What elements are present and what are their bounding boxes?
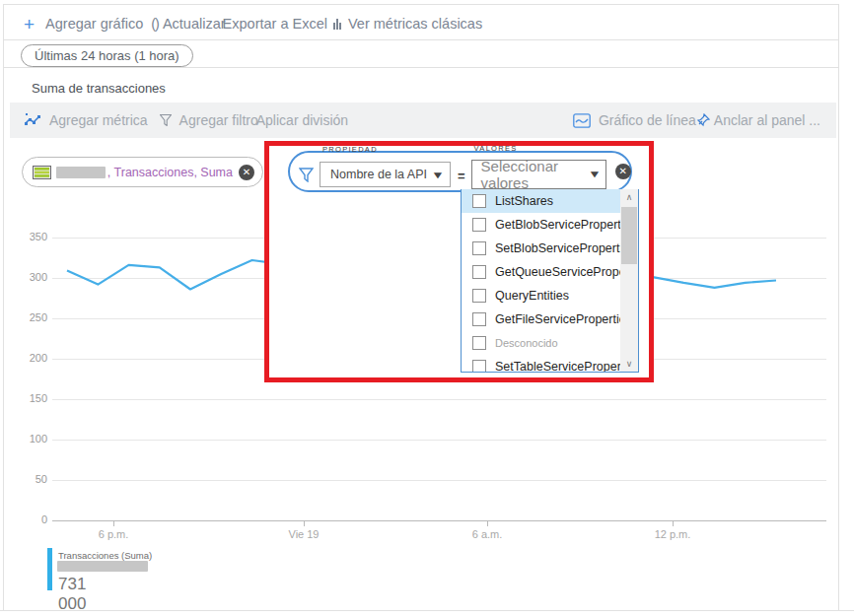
x-axis-tick (487, 520, 488, 526)
scrollbar-thumb[interactable] (621, 207, 637, 264)
remove-metric-button[interactable]: ✕ (239, 165, 254, 180)
legend-series-name: Transacciones (Suma) (58, 550, 152, 561)
dropdown-option[interactable]: SetTableServiceProperti (462, 355, 621, 373)
scroll-down-icon[interactable]: ∨ (620, 356, 638, 372)
y-axis-label: 100 (12, 433, 47, 445)
legend-color-bar (47, 548, 52, 590)
equals-operator: = (458, 169, 465, 183)
remove-filter-button[interactable]: ✕ (615, 164, 631, 179)
values-field: VALORES Seleccionar valores ▼ (471, 155, 606, 189)
x-axis-label: Vie 19 (289, 528, 320, 540)
option-label: GetQueueServiceProper... (495, 265, 639, 279)
values-select-placeholder: Seleccionar valores (481, 158, 590, 191)
export-excel-button[interactable]: Exportar a Excel (220, 16, 327, 32)
refresh-button[interactable]: () Actualizar (143, 16, 225, 32)
refresh-icon: () (151, 16, 159, 32)
pin-to-dashboard-label: Anclar al panel ... (714, 112, 820, 128)
option-checkbox[interactable] (472, 336, 486, 350)
dropdown-option[interactable]: GetQueueServiceProper... (462, 260, 621, 284)
add-filter-label: Agregar filtro (179, 112, 258, 128)
add-metric-icon (24, 113, 41, 127)
option-checkbox[interactable] (472, 289, 486, 303)
x-axis-label: 6 p.m. (99, 528, 129, 540)
classic-metrics-icon (333, 19, 341, 30)
option-checkbox[interactable] (472, 241, 486, 255)
add-chart-label: Agregar gráfico (45, 16, 143, 32)
dropdown-option[interactable]: GetFileServiceProperties (462, 308, 621, 331)
filter-funnel-icon (160, 114, 172, 126)
chevron-down-icon: ▼ (431, 170, 445, 180)
dropdown-scrollbar[interactable]: ∧ ∨ (620, 189, 638, 372)
pin-icon (696, 113, 710, 127)
y-axis-label: 0 (12, 513, 47, 525)
dropdown-option[interactable]: Desconocido (462, 331, 621, 355)
filter-pill: PROPIEDAD Nombre de la API ▼ = VALORES S… (288, 151, 632, 192)
scroll-up-icon[interactable]: ∧ (620, 189, 638, 205)
legend-redacted-account (57, 561, 148, 572)
option-label: GetBlobServiceProperties (495, 218, 637, 232)
property-select-value: Nombre de la API (330, 168, 427, 181)
gridline-y-100 (52, 440, 826, 441)
legend-total-value: 731 000 (58, 575, 86, 614)
option-checkbox[interactable] (472, 194, 486, 208)
gridline-y-0 (52, 520, 826, 521)
pin-to-dashboard-button[interactable]: Anclar al panel ... (694, 112, 820, 128)
classic-metrics-button[interactable]: Ver métricas clásicas (327, 16, 482, 32)
dropdown-option[interactable]: QueryEntities (462, 284, 621, 308)
dropdown-option[interactable]: SetBlobServiceProperties (462, 237, 621, 260)
dropdown-option[interactable]: ListShares (462, 189, 621, 213)
frame-bottom-border (0, 610, 854, 611)
chevron-down-icon: ▼ (588, 169, 602, 179)
chart-toolbar: Agregar métrica Agregar filtro Aplicar d… (10, 103, 836, 138)
chart-toolbar-right: Gráfico de línea Anclar al panel ... (563, 112, 836, 128)
option-checkbox[interactable] (472, 360, 486, 373)
time-range-row: Últimas 24 horas (1 hora) (0, 40, 838, 67)
property-field-label: PROPIEDAD (322, 145, 378, 154)
azure-metrics-screen: + Agregar gráfico () Actualizar Exportar… (0, 0, 854, 616)
property-field: PROPIEDAD Nombre de la API ▼ (320, 156, 451, 187)
x-axis-tick (113, 520, 114, 526)
property-select[interactable]: Nombre de la API ▼ (320, 162, 451, 187)
timebar-divider (3, 67, 838, 68)
redacted-account-name (56, 167, 106, 178)
option-checkbox[interactable] (472, 218, 486, 232)
option-checkbox[interactable] (472, 312, 486, 326)
export-excel-label: Exportar a Excel (223, 16, 327, 32)
y-axis-label: 250 (12, 311, 47, 323)
classic-metrics-label: Ver métricas clásicas (348, 16, 482, 32)
frame-left-border (3, 4, 4, 611)
y-axis-label: 150 (12, 392, 47, 404)
line-chart-type-button[interactable]: Gráfico de línea (563, 112, 696, 128)
plus-icon: + (24, 15, 35, 34)
values-dropdown-list: ListSharesGetBlobServicePropertiesSetBlo… (461, 189, 639, 373)
line-chart-label: Gráfico de línea (599, 112, 696, 128)
page-title: Suma de transacciones (32, 81, 166, 96)
values-select[interactable]: Seleccionar valores ▼ (471, 160, 606, 189)
storage-account-icon (33, 166, 51, 179)
y-axis-label: 50 (12, 473, 47, 485)
x-axis-label: 12 p.m. (655, 528, 691, 540)
option-label: GetFileServiceProperties (495, 312, 632, 326)
y-axis-label: 300 (12, 271, 47, 283)
refresh-label: Actualizar (163, 16, 226, 32)
add-metric-button[interactable]: Agregar métrica (10, 112, 148, 128)
option-label: Desconocido (495, 337, 558, 349)
option-label: QueryEntities (495, 289, 569, 303)
time-range-picker[interactable]: Últimas 24 horas (1 hora) (21, 44, 193, 67)
add-filter-button[interactable]: Agregar filtro (150, 112, 258, 128)
option-checkbox[interactable] (472, 265, 486, 279)
time-range-label: Últimas 24 horas (1 hora) (35, 48, 179, 63)
add-chart-button[interactable]: + Agregar gráfico (14, 15, 143, 34)
frame-right-border (838, 4, 839, 611)
gridline-y-150 (52, 399, 826, 400)
metric-pill[interactable]: , Transacciones, Suma ✕ (22, 157, 263, 187)
dropdown-option[interactable]: GetBlobServiceProperties (462, 213, 621, 237)
apply-splitting-button[interactable]: Aplicar división (256, 112, 348, 128)
y-axis-label: 200 (12, 352, 47, 364)
x-axis-tick (304, 520, 305, 526)
line-chart-icon (573, 113, 591, 128)
top-toolbar: + Agregar gráfico () Actualizar Exportar… (14, 12, 822, 35)
filter-funnel-icon (299, 168, 314, 182)
option-label: SetBlobServiceProperties (495, 241, 635, 255)
x-axis-tick (673, 520, 674, 526)
